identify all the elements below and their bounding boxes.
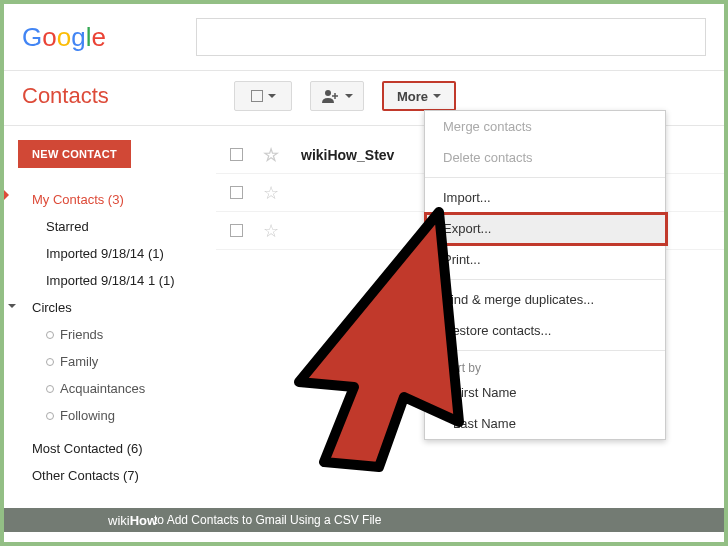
sidebar-item-my-contacts[interactable]: My Contacts (3): [18, 186, 216, 213]
menu-separator: [425, 279, 665, 280]
person-add-icon: [322, 89, 340, 103]
sidebar-item-imported-1[interactable]: Imported 9/18/14 (1): [18, 240, 216, 267]
menu-item-restore[interactable]: Restore contacts...: [425, 315, 665, 346]
sidebar-item-other-contacts[interactable]: Other Contacts (7): [18, 462, 216, 489]
menu-item-delete: Delete contacts: [425, 142, 665, 173]
sidebar-item-circle[interactable]: Family: [18, 348, 216, 375]
checkbox[interactable]: [230, 224, 243, 237]
sidebar-item-circle[interactable]: Following: [18, 402, 216, 429]
header: Google: [4, 4, 724, 71]
sidebar-item-label: Family: [60, 354, 98, 369]
menu-separator: [425, 177, 665, 178]
check-icon: ✓: [435, 385, 446, 400]
star-icon[interactable]: ☆: [263, 220, 279, 242]
sidebar-item-label: Acquaintances: [60, 381, 145, 396]
new-contact-button[interactable]: NEW CONTACT: [18, 140, 131, 168]
select-all-button[interactable]: [234, 81, 292, 111]
star-icon[interactable]: ☆: [263, 144, 279, 166]
checkbox[interactable]: [230, 186, 243, 199]
menu-separator: [425, 350, 665, 351]
sidebar-item-circle[interactable]: Acquaintances: [18, 375, 216, 402]
menu-item-export[interactable]: Export...: [425, 213, 665, 244]
sidebar-item-label: Friends: [60, 327, 103, 342]
checkbox-icon: [251, 90, 263, 102]
checkbox[interactable]: [230, 148, 243, 161]
menu-item-sort-last[interactable]: Last Name: [425, 408, 665, 439]
circle-icon: [46, 331, 54, 339]
menu-item-merge: Merge contacts: [425, 111, 665, 142]
more-dropdown: Merge contacts Delete contacts Import...…: [424, 110, 666, 440]
menu-item-label: First Name: [453, 385, 517, 400]
google-logo[interactable]: Google: [22, 22, 106, 53]
wikihow-logo: wikiHow: [108, 513, 157, 528]
svg-point-0: [325, 90, 331, 96]
sidebar-item-imported-2[interactable]: Imported 9/18/14 1 (1): [18, 267, 216, 294]
chevron-down-icon: [268, 94, 276, 98]
contact-name: wikiHow_Stev: [301, 147, 394, 163]
circle-icon: [46, 412, 54, 420]
menu-label-sortby: Sort by: [425, 355, 665, 377]
add-contact-button[interactable]: [310, 81, 364, 111]
sidebar-item-label: Following: [60, 408, 115, 423]
menu-item-print[interactable]: Print...: [425, 244, 665, 275]
star-icon[interactable]: ☆: [263, 182, 279, 204]
chevron-down-icon: [433, 94, 441, 98]
sidebar-item-starred[interactable]: Starred: [18, 213, 216, 240]
caption-bar: wikiHow to Add Contacts to Gmail Using a…: [4, 508, 724, 532]
circle-icon: [46, 385, 54, 393]
sidebar-item-circle[interactable]: Friends: [18, 321, 216, 348]
sidebar-item-circles[interactable]: Circles: [18, 294, 216, 321]
caption-text: to Add Contacts to Gmail Using a CSV Fil…: [154, 513, 381, 527]
menu-item-sort-first[interactable]: ✓First Name: [425, 377, 665, 408]
app-frame: Google Contacts More NEW CONTACT My Cont…: [4, 4, 724, 542]
toolbar: More: [234, 81, 456, 111]
menu-item-import[interactable]: Import...: [425, 182, 665, 213]
page-title[interactable]: Contacts: [22, 83, 234, 109]
search-input[interactable]: [196, 18, 706, 56]
circle-icon: [46, 358, 54, 366]
sidebar-item-most-contacted[interactable]: Most Contacted (6): [18, 435, 216, 462]
more-label: More: [397, 89, 428, 104]
more-button[interactable]: More: [382, 81, 456, 111]
sidebar: NEW CONTACT My Contacts (3) Starred Impo…: [4, 126, 216, 489]
menu-item-find-merge[interactable]: Find & merge duplicates...: [425, 284, 665, 315]
chevron-down-icon: [345, 94, 353, 98]
